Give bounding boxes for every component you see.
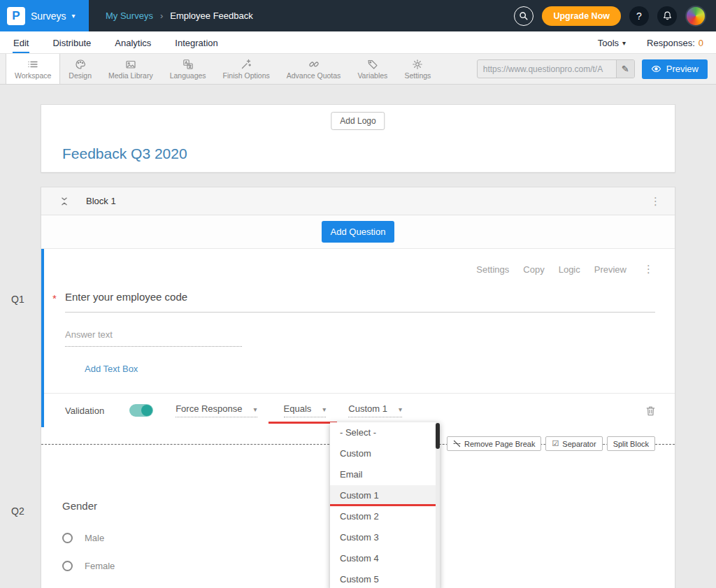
product-name: Surveys: [31, 10, 66, 22]
finish-options-icon: [241, 59, 252, 70]
chevron-down-icon: ▾: [72, 12, 76, 20]
toolbar-right: ✎ Preview: [477, 54, 716, 84]
help-icon: ?: [636, 10, 642, 22]
dropdown-scrollbar-thumb[interactable]: [436, 423, 440, 449]
tools-menu[interactable]: Tools ▾: [598, 38, 626, 48]
dropdown-item[interactable]: Custom 3: [330, 527, 440, 548]
question-preview-link[interactable]: Preview: [594, 264, 626, 275]
delete-question-button[interactable]: [645, 405, 657, 417]
dropdown-scrollbar[interactable]: [436, 422, 440, 588]
dropdown-item[interactable]: Custom 4: [330, 548, 440, 569]
required-asterisk: *: [52, 291, 65, 313]
trash-icon: [645, 405, 657, 417]
product-switcher[interactable]: P Surveys ▾: [0, 0, 89, 31]
notifications-button[interactable]: [657, 6, 677, 26]
separator-button[interactable]: ☑ Separator: [545, 436, 602, 451]
questionpro-logo[interactable]: P: [7, 7, 25, 25]
radio-icon[interactable]: [62, 533, 73, 543]
tab-distribute[interactable]: Distribute: [52, 34, 92, 53]
add-question-button[interactable]: Add Question: [322, 221, 395, 243]
topbar-actions: Upgrade Now ?: [514, 6, 716, 27]
validation-value-dropdown: - Select - Custom Email Custom 1 Custom …: [330, 422, 440, 588]
upgrade-now-button[interactable]: Upgrade Now: [542, 6, 621, 26]
languages-icon: [182, 59, 194, 70]
bell-icon: [662, 10, 673, 21]
tab-integration[interactable]: Integration: [174, 34, 218, 53]
tab-edit[interactable]: Edit: [13, 34, 29, 53]
question-menu-button[interactable]: ⋮: [640, 263, 657, 275]
validation-toggle[interactable]: [129, 404, 153, 417]
question-1-number: Q1: [11, 294, 24, 305]
media-library-icon: [125, 59, 136, 70]
chevron-down-icon: ▾: [254, 406, 257, 413]
search-button[interactable]: [514, 6, 534, 26]
operator-select[interactable]: Equals ▾: [284, 403, 327, 417]
page-break-buttons: Remove Page Break ☑ Separator Split Bloc…: [447, 436, 655, 451]
dropdown-item[interactable]: Custom: [330, 443, 440, 464]
responses-count: 0: [699, 38, 703, 48]
help-button[interactable]: ?: [629, 6, 649, 26]
chevron-down-icon: ▾: [622, 39, 626, 47]
force-response-select[interactable]: Force Response ▾: [176, 403, 257, 417]
question-logic-link[interactable]: Logic: [559, 264, 580, 275]
tool-finish-options[interactable]: Finish Options: [215, 54, 278, 84]
dropdown-item-selected[interactable]: Custom 1: [330, 485, 440, 506]
nav-right: Tools ▾ Responses: 0: [598, 38, 703, 53]
add-question-strip: Add Question: [41, 215, 675, 249]
toggle-knob: [141, 405, 152, 416]
tool-media-library[interactable]: Media Library: [100, 54, 162, 84]
dropdown-item[interactable]: Custom 5: [330, 569, 440, 588]
survey-url-input[interactable]: [478, 64, 616, 74]
breadcrumb-current: Employee Feedback: [170, 10, 253, 21]
radio-icon[interactable]: [62, 561, 73, 571]
tool-languages[interactable]: Languages: [162, 54, 215, 84]
collapse-icon: [59, 196, 69, 207]
question-text[interactable]: Enter your employee code: [65, 291, 655, 313]
tool-variables[interactable]: Variables: [349, 54, 396, 84]
edit-toolbar: Workspace Design Media Library Languages…: [0, 54, 716, 85]
question-actions: Settings Copy Logic Preview ⋮: [44, 263, 675, 275]
search-icon: [519, 11, 529, 21]
survey-title[interactable]: Feedback Q3 2020: [62, 145, 187, 162]
block-title: Block 1: [86, 196, 116, 206]
settings-icon: [412, 59, 423, 70]
app-root: P Surveys ▾ My Surveys › Employee Feedba…: [0, 0, 716, 588]
preview-button[interactable]: Preview: [642, 59, 708, 79]
dropdown-item[interactable]: - Select -: [330, 422, 440, 443]
tool-design[interactable]: Design: [60, 54, 100, 84]
user-avatar[interactable]: [685, 6, 706, 27]
edit-url-button[interactable]: ✎: [616, 60, 634, 78]
question-copy-link[interactable]: Copy: [523, 264, 544, 275]
question-settings-link[interactable]: Settings: [476, 264, 509, 275]
chevron-down-icon: ▾: [322, 406, 326, 413]
add-logo-button[interactable]: Add Logo: [331, 112, 385, 130]
breadcrumb-separator: ›: [160, 10, 163, 21]
validation-label: Validation: [65, 406, 104, 416]
workspace-icon: [27, 59, 38, 70]
survey-url-box: ✎: [477, 59, 635, 78]
top-bar: P Surveys ▾ My Surveys › Employee Feedba…: [0, 0, 716, 31]
block-menu-button[interactable]: ⋮: [647, 195, 664, 208]
validation-value-select[interactable]: Custom 1 ▾: [348, 403, 402, 417]
survey-header-card: Add Logo Feedback Q3 2020: [41, 104, 675, 173]
block-header: Block 1 ⋮: [41, 187, 675, 215]
chevron-down-icon: ▾: [399, 406, 402, 413]
tool-advance-quotas[interactable]: Advance Quotas: [278, 54, 350, 84]
breadcrumb-my-surveys[interactable]: My Surveys: [106, 10, 153, 21]
dropdown-item[interactable]: Custom 2: [330, 506, 440, 527]
tab-analytics[interactable]: Analytics: [114, 34, 152, 53]
question-text-row: * Enter your employee code: [52, 291, 655, 313]
answer-text-input[interactable]: [65, 329, 242, 347]
tool-settings[interactable]: Settings: [396, 54, 439, 84]
remove-page-break-button[interactable]: Remove Page Break: [447, 436, 542, 451]
eye-icon: [651, 64, 661, 74]
dropdown-item[interactable]: Email: [330, 464, 440, 485]
tool-workspace[interactable]: Workspace: [6, 54, 60, 84]
add-text-box-link[interactable]: Add Text Box: [85, 364, 138, 374]
page-break-icon: [453, 440, 461, 447]
breadcrumb: My Surveys › Employee Feedback: [106, 10, 253, 21]
advance-quotas-icon: [308, 59, 320, 70]
collapse-block-button[interactable]: [59, 196, 69, 207]
split-block-button[interactable]: Split Block: [607, 436, 655, 451]
variables-icon: [367, 59, 378, 70]
